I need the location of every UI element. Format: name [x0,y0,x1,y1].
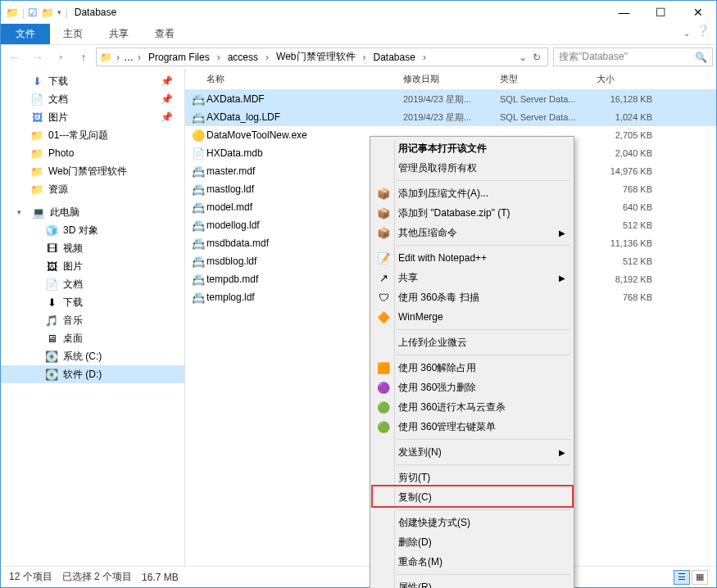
sidebar-item[interactable]: 📁Web门禁管理软件 [1,162,184,180]
context-menu-item[interactable]: 重命名(M) [372,552,572,572]
breadcrumb-arrow[interactable]: › [421,52,428,63]
sidebar-item[interactable]: 🎵音乐 [1,311,184,329]
column-date[interactable]: 修改日期 [403,70,500,88]
context-menu-item[interactable]: 剪切(T) [372,468,572,487]
search-icon[interactable]: 🔍 [695,52,707,63]
context-menu-item[interactable]: 📦添加到压缩文件(A)... [372,183,572,203]
breadcrumb-arrow[interactable]: › [115,52,121,63]
folder-small-icon: 📁 [41,7,54,19]
refresh-icon[interactable]: ↻ [529,52,544,63]
view-details-button[interactable]: ☰ [674,570,690,585]
file-name: AXData.MDF [206,93,403,105]
sidebar-this-pc[interactable]: ▾ 💻 此电脑 [1,203,184,221]
file-row[interactable]: 📇AXData_log.LDF2019/4/23 星期...SQL Server… [185,108,716,126]
sidebar-item[interactable]: 💽软件 (D:) [1,365,184,383]
context-menu-item[interactable]: 📝Edit with Notepad++ [372,248,572,268]
context-item-icon: 📦 [372,207,395,219]
file-type: SQL Server Data... [500,112,597,122]
context-menu-item[interactable]: 属性(R) [372,577,572,588]
dropdown-icon[interactable]: ▾ [57,8,61,16]
context-menu-item[interactable]: 管理员取得所有权 [372,158,572,178]
file-size: 512 KB [597,220,662,230]
recent-dropdown[interactable]: ▾ [50,47,71,67]
sidebar-item[interactable]: 🧊3D 对象 [1,221,184,239]
context-menu-item[interactable]: 用记事本打开该文件 [372,138,572,158]
context-menu-item[interactable]: 🟣使用 360强力删除 [372,378,572,397]
menu-share[interactable]: 共享 [96,24,142,44]
context-menu-item[interactable]: 复制(C) [372,487,572,507]
pin-icon: 📌 [161,93,173,105]
context-menu-item[interactable]: 删除(D) [372,532,572,552]
breadcrumb-ellipsis[interactable]: … [124,52,134,63]
sidebar-item[interactable]: 📁资源 [1,180,184,198]
sidebar-item[interactable]: 📄文档 [1,275,184,293]
sidebar-item[interactable]: ⬇下载📌 [1,72,184,90]
submenu-arrow-icon: ▶ [559,448,572,457]
context-menu-item[interactable]: 🟢使用 360管理右键菜单 [372,417,572,436]
view-icons-button[interactable]: ▦ [692,570,708,585]
sidebar-item[interactable]: 🎞视频 [1,239,184,257]
maximize-button[interactable]: ☐ [642,1,679,24]
context-menu-item[interactable]: 发送到(N)▶ [372,442,572,462]
sidebar-item-label: 软件 (D:) [63,368,102,382]
menu-view[interactable]: 查看 [142,24,188,44]
file-icon: 📇 [190,256,206,268]
help-icon[interactable]: ❔ [696,24,710,37]
breadcrumb-arrow[interactable]: › [136,52,143,63]
context-menu-item[interactable]: 🛡使用 360杀毒 扫描 [372,287,572,307]
column-name[interactable]: 名称 [206,70,403,88]
context-menu-item[interactable]: 🟧使用 360解除占用 [372,358,572,378]
sidebar-item-icon: 📁 [30,147,43,160]
sidebar-item[interactable]: 📁01---常见问题 [1,126,184,144]
status-size: 16.7 MB [142,572,179,583]
chevron-down-icon[interactable]: ▾ [17,208,27,216]
context-menu-item[interactable]: 🟢使用 360进行木马云查杀 [372,397,572,417]
menu-file[interactable]: 文件 [1,24,50,44]
context-item-icon: 📦 [372,188,395,200]
column-size[interactable]: 大小 [597,70,716,88]
context-menu-item[interactable]: 创建快捷方式(S) [372,513,572,532]
sidebar-item[interactable]: 📁Photo [1,144,184,162]
file-row[interactable]: 📇AXData.MDF2019/4/23 星期...SQL Server Dat… [185,90,716,108]
breadcrumb-arrow[interactable]: › [361,52,368,63]
menu-home[interactable]: 主页 [50,24,96,44]
breadcrumb[interactable]: Web门禁管理软件 [273,48,358,66]
context-item-label: WinMerge [395,311,572,323]
breadcrumb-arrow[interactable]: › [216,52,222,63]
sidebar-item-icon: 🖼 [45,260,58,273]
back-button[interactable]: ← [4,47,25,67]
breadcrumb-arrow[interactable]: › [264,52,270,63]
context-menu-item[interactable]: ↗共享▶ [372,268,572,287]
breadcrumb[interactable]: Database [370,50,419,65]
sidebar-item[interactable]: 🖼图片 [1,257,184,275]
qat-sep: | [22,7,25,19]
search-input[interactable]: 搜索"Database" 🔍 [553,47,713,66]
context-menu-item[interactable]: 🔶WinMerge [372,307,572,327]
sidebar-item-icon: 🧊 [45,224,58,237]
sidebar-item[interactable]: ⬇下载 [1,293,184,311]
context-menu-item[interactable]: 📦添加到 "Database.zip" (T) [372,203,572,223]
address-bar[interactable]: 📁 › … › Program Files › access › Web门禁管理… [96,47,548,66]
context-menu: 用记事本打开该文件管理员取得所有权📦添加到压缩文件(A)...📦添加到 "Dat… [370,136,574,588]
sidebar-item[interactable]: 💽系统 (C:) [1,347,184,365]
forward-button[interactable]: → [27,47,48,67]
context-menu-item[interactable]: 上传到企业微云 [372,332,572,352]
file-icon: 📇 [190,292,206,304]
up-button[interactable]: ↑ [73,47,94,67]
breadcrumb[interactable]: Program Files [145,50,213,65]
context-menu-item[interactable]: 📦其他压缩命令▶ [372,223,572,242]
minimize-button[interactable]: — [606,1,642,24]
context-item-label: 使用 360管理右键菜单 [395,420,572,434]
sidebar-item-label: 下载 [48,75,68,88]
address-dropdown-icon[interactable]: ⌄ [519,52,527,63]
breadcrumb[interactable]: access [225,50,261,65]
close-button[interactable]: ✕ [679,1,716,24]
ribbon-expand-icon[interactable]: ⌄ [683,29,690,38]
sidebar-item[interactable]: 🖥桌面 [1,329,184,347]
sidebar-item[interactable]: 🖼图片📌 [1,108,184,126]
view-toggle: ☰ ▦ [674,570,708,585]
checkmark-icon[interactable]: ☑ [28,7,38,19]
sidebar-item-icon: 🖥 [45,332,58,345]
column-type[interactable]: 类型 [500,70,597,88]
sidebar-item[interactable]: 📄文档📌 [1,90,184,108]
